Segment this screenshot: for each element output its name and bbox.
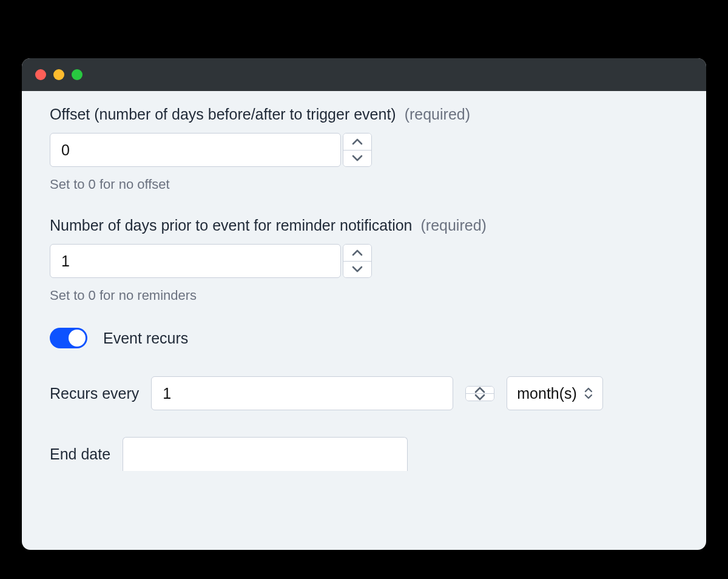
event-recurs-toggle[interactable] (50, 328, 87, 348)
recurs-every-decrement-button[interactable] (466, 394, 494, 401)
event-recurs-label: Event recurs (103, 330, 188, 347)
recurs-every-increment-button[interactable] (466, 387, 494, 394)
chevron-up-icon (352, 249, 363, 256)
sort-icon (584, 387, 593, 399)
end-date-label: End date (50, 445, 110, 463)
reminder-decrement-button[interactable] (343, 262, 371, 278)
reminder-help-text: Set to 0 for no reminders (50, 288, 678, 303)
chevron-down-icon (352, 266, 363, 273)
offset-stepper (343, 133, 372, 167)
app-window: Offset (number of days before/after to t… (22, 58, 706, 550)
chevron-up-icon (474, 387, 485, 393)
recurs-unit-value: month(s) (517, 385, 577, 402)
offset-decrement-button[interactable] (343, 151, 371, 167)
switch-knob (69, 330, 86, 347)
minimize-window-button[interactable] (53, 69, 64, 80)
offset-input[interactable] (50, 133, 341, 167)
offset-required-marker: (required) (405, 106, 470, 123)
reminder-increment-button[interactable] (343, 245, 371, 262)
reminder-input[interactable] (50, 244, 341, 278)
recurs-unit-select[interactable]: month(s) (507, 376, 603, 410)
form-content: Offset (number of days before/after to t… (22, 91, 706, 471)
reminder-stepper (343, 244, 372, 278)
recurs-every-stepper (465, 386, 494, 401)
maximize-window-button[interactable] (72, 69, 83, 80)
close-window-button[interactable] (35, 69, 46, 80)
offset-help-text: Set to 0 for no offset (50, 177, 678, 192)
end-date-input[interactable] (123, 437, 408, 471)
recurs-every-label: Recurs every (50, 385, 139, 402)
chevron-down-icon (474, 394, 485, 401)
chevron-up-icon (352, 138, 363, 145)
offset-label: Offset (number of days before/after to t… (50, 106, 396, 123)
chevron-down-icon (352, 155, 363, 161)
recurs-every-input[interactable] (151, 376, 453, 410)
reminder-required-marker: (required) (421, 217, 487, 234)
reminder-label: Number of days prior to event for remind… (50, 217, 413, 234)
titlebar (22, 58, 706, 91)
offset-increment-button[interactable] (343, 134, 371, 151)
